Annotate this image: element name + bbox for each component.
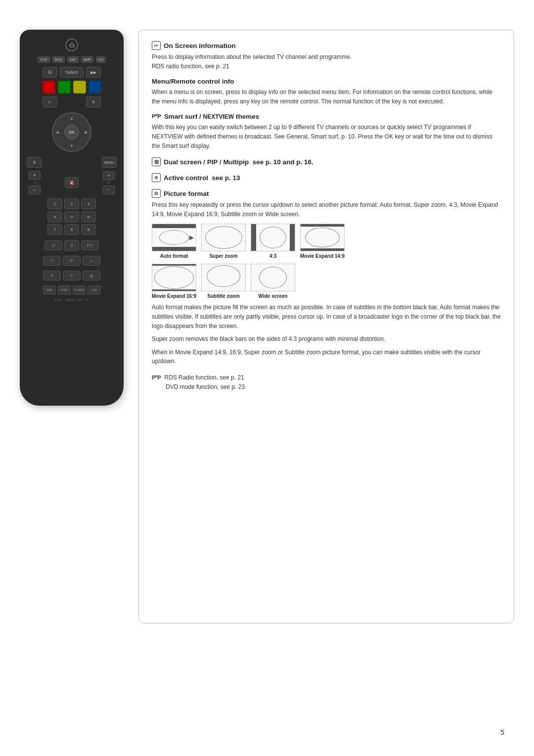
source-buttons: VCR DVD SAT AMP CD <box>38 56 106 63</box>
vol-down-button[interactable]: − <box>29 186 41 194</box>
active-control-button[interactable]: ⊡ <box>43 256 61 266</box>
remote-control: ⏻ VCR DVD SAT AMP CD ⊟ Select ▶▶ i+ ⊞ ▲ … <box>20 30 124 406</box>
p4p-rds-body: PᴾP RDS Radio function, see p. 21 DVD mo… <box>152 373 501 391</box>
teletext-button[interactable]: ⊟ <box>43 67 57 78</box>
auto-format-diagram: ▶ <box>152 224 196 251</box>
pause-menu-row: ⏸ MENU <box>27 157 117 168</box>
menu-button[interactable]: MENU <box>102 157 117 168</box>
blank-btn <box>60 96 84 107</box>
num-3[interactable]: 3 <box>81 198 96 209</box>
select-button[interactable]: Select <box>60 67 84 78</box>
smart-surf-prefix: PᴾP <box>152 113 161 120</box>
expand149-top-bar <box>301 224 344 227</box>
color-buttons-row <box>27 81 117 94</box>
expand149-format-diagram <box>300 224 345 251</box>
num-5[interactable]: 5 <box>64 211 79 222</box>
num-9[interactable]: 9 <box>81 224 96 235</box>
content-panel: i+ On Screen information Press to displa… <box>138 30 514 623</box>
p4p-dvd-line2: DVD mode function, see p. 23 <box>166 383 245 390</box>
pause-button[interactable]: ⏸ <box>27 157 42 168</box>
amp-button[interactable]: AMP <box>81 56 93 63</box>
num-1[interactable]: 1 <box>47 198 62 209</box>
vol-up-button[interactable]: + <box>29 171 41 180</box>
yellow-button[interactable] <box>73 81 86 94</box>
red-button[interactable] <box>43 81 55 94</box>
page-number: 5 <box>500 728 504 736</box>
on-screen-icon: i+ <box>152 41 161 50</box>
special-row-2: ⊡ ⊞ i+ <box>43 256 100 266</box>
format-button[interactable]: ⊞ <box>63 256 81 266</box>
power2-button[interactable]: ⏻ <box>83 271 100 281</box>
blue-button[interactable] <box>89 81 101 94</box>
p4p-button[interactable]: PᴾP <box>81 240 99 250</box>
forward-button[interactable]: ▶▶ <box>86 67 101 78</box>
picture-format-body-super: Super zoom removes the black bars on the… <box>152 334 501 344</box>
teletext2-button[interactable]: ⊟ <box>44 240 62 250</box>
expand169-top-bar <box>152 264 196 266</box>
auto-top-bar <box>152 224 196 228</box>
playback-row: DVD DISC FLAVO LCD <box>43 285 100 294</box>
num-8[interactable]: 8 <box>64 224 79 235</box>
43-ellipse <box>260 227 286 248</box>
auto-format-label: Auto format <box>160 253 188 259</box>
format-expand169: Movie Expand 16:9 <box>152 264 196 299</box>
dvd-button[interactable]: DVD <box>52 56 65 63</box>
43-format-label: 4:3 <box>269 253 276 259</box>
lcd-button[interactable]: LCD <box>88 285 100 294</box>
nav-left-icon: ◀ <box>55 130 59 135</box>
format-grid-row-1: ▶ Auto format Super zoom <box>152 224 501 259</box>
expand149-bottom-bar <box>301 248 344 251</box>
ok-button[interactable]: OK <box>64 125 79 140</box>
top-function-row: ⊟ Select ▶▶ <box>27 67 117 78</box>
num-7[interactable]: 7 <box>47 224 62 235</box>
volume-channel-row: + ◁ − 🔇 + P − <box>27 171 117 194</box>
num-0[interactable]: 0 <box>64 240 79 251</box>
menu-remote-title: Menu/Remote control info <box>152 78 501 85</box>
43-format-diagram <box>251 224 295 251</box>
subtitle-format-diagram <box>201 264 246 291</box>
p4p-rds-line: PᴾP RDS Radio function, see p. 21 <box>152 373 501 382</box>
flavo-button[interactable]: FLAVO <box>73 285 86 294</box>
expand149-format-label: Movie Expand 14:9 <box>300 253 345 259</box>
smart-surf-title-text: Smart surf / NEXTVIEW themes <box>164 113 259 120</box>
section-active-control: ⊘ Active control see p. 13 <box>152 173 501 182</box>
number-grid: 1 2 3 4 5 6 7 8 9 <box>47 198 96 235</box>
cd-button[interactable]: CD <box>96 56 106 63</box>
onscreen-button[interactable]: i+ <box>83 256 100 266</box>
ch-down-button[interactable]: − <box>103 186 115 194</box>
volume-col: + ◁ − <box>29 171 41 194</box>
vcr-button[interactable]: VCR <box>38 56 50 63</box>
num-4[interactable]: 4 <box>47 211 62 222</box>
remote-footer-labels: EASY MENU SET UP <box>55 298 89 301</box>
guide-button[interactable]: ⊞ <box>86 96 101 107</box>
sat-button[interactable]: SAT <box>67 56 79 63</box>
on-screen-body: Press to display information about the s… <box>152 52 501 71</box>
p4p-prefix: PᴾP <box>152 375 161 380</box>
super-ellipse <box>205 226 242 249</box>
super-format-diagram <box>201 224 246 251</box>
info-button[interactable]: i+ <box>43 96 57 107</box>
special-row-3: ⊕ ⊛ ⏻ <box>43 271 100 281</box>
num-2[interactable]: 2 <box>64 198 79 209</box>
format-expand149: Movie Expand 14:9 <box>300 224 345 259</box>
fav-button[interactable]: ⊛ <box>63 271 81 281</box>
nav-down-icon: ▼ <box>70 143 74 148</box>
picture-format-body-movie: When in Movie Expand 14:9, 16:9, Super z… <box>152 348 501 366</box>
disc-button[interactable]: DISC <box>58 285 71 294</box>
picture-format-title-text: Picture format <box>164 190 209 197</box>
dual-screen-icon: ⊞ <box>152 157 161 166</box>
dual-screen-title-text: Dual screen / PIP / Multipip see p. 10 a… <box>164 158 313 166</box>
rec-button[interactable]: ⊕ <box>43 271 61 281</box>
navigation-circle[interactable]: ▲ ▼ ◀ ▶ OK <box>52 112 91 152</box>
num-6[interactable]: 6 <box>81 211 96 222</box>
green-button[interactable] <box>58 81 71 94</box>
expand169-ellipse <box>154 266 194 289</box>
format-auto: ▶ Auto format <box>152 224 196 259</box>
menu-remote-body: When a menu is on screen, press to displ… <box>152 88 501 106</box>
dvd-src-button[interactable]: DVD <box>43 285 56 294</box>
active-control-icon: ⊘ <box>152 173 161 182</box>
active-control-title-text: Active control see p. 13 <box>164 174 240 182</box>
power-button[interactable]: ⏻ <box>65 39 78 51</box>
mute-button[interactable]: 🔇 <box>65 177 79 188</box>
ch-up-button[interactable]: + <box>103 171 115 180</box>
